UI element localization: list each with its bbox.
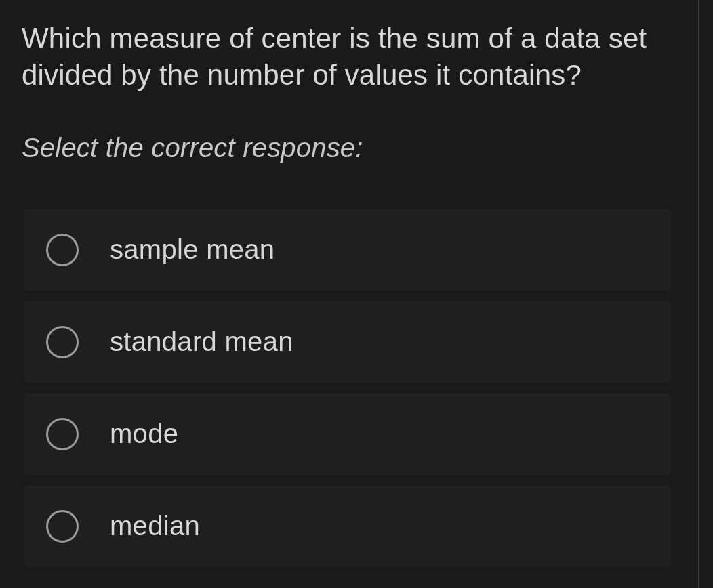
option-median[interactable]: median (24, 486, 671, 567)
option-label: median (110, 511, 200, 541)
radio-icon (46, 234, 79, 266)
instruction-text: Select the correct response: (22, 133, 676, 163)
option-label: sample mean (110, 234, 274, 265)
options-group: sample mean standard mean mode median (22, 209, 676, 567)
radio-icon (46, 418, 79, 450)
option-mode[interactable]: mode (24, 394, 671, 475)
option-sample-mean[interactable]: sample mean (24, 209, 671, 291)
option-label: standard mean (110, 327, 293, 357)
radio-icon (46, 510, 79, 543)
question-text: Which measure of center is the sum of a … (22, 20, 676, 93)
quiz-container: Which measure of center is the sum of a … (0, 0, 699, 588)
option-label: mode (110, 419, 178, 449)
radio-icon (46, 326, 79, 358)
option-standard-mean[interactable]: standard mean (24, 301, 671, 383)
